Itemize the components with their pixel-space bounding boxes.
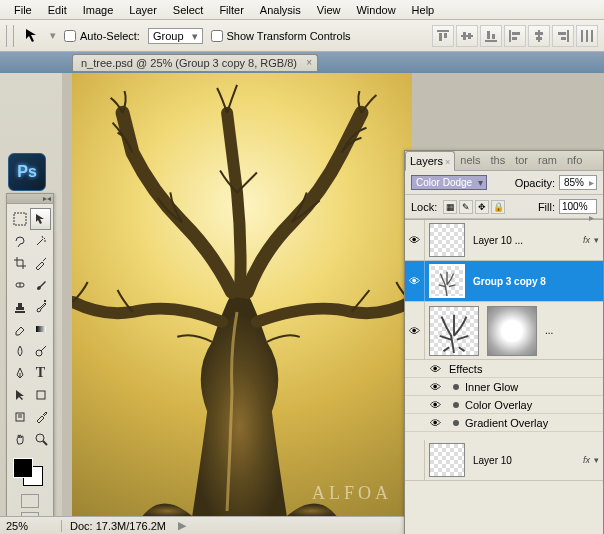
layer-name[interactable]: Group 3 copy 8 <box>469 276 603 287</box>
layer-row[interactable]: Layer 10 fx ▾ <box>405 440 603 481</box>
effects-header[interactable]: 👁 Effects <box>405 360 603 378</box>
gradient-tool[interactable] <box>30 318 51 340</box>
layer-row[interactable]: 👁 ... <box>405 302 603 360</box>
align-top-icon[interactable] <box>432 25 454 47</box>
lock-paint-icon[interactable]: ✎ <box>459 200 473 214</box>
layer-name[interactable]: Layer 10 <box>469 455 583 466</box>
brush-tool[interactable] <box>30 274 51 296</box>
lock-transparent-icon[interactable]: ▦ <box>443 200 457 214</box>
stamp-tool[interactable] <box>9 296 30 318</box>
menu-window[interactable]: Window <box>348 2 403 18</box>
lock-position-icon[interactable]: ✥ <box>475 200 489 214</box>
dodge-tool[interactable] <box>30 340 51 362</box>
close-tab-icon[interactable]: × <box>306 57 312 68</box>
layer-name[interactable]: Layer 10 ... <box>469 235 583 246</box>
effect-item[interactable]: 👁 Inner Glow <box>405 378 603 396</box>
collapse-arrows-icon[interactable]: ▸◂ <box>43 194 51 203</box>
status-menu-icon[interactable]: ▶ <box>178 519 186 532</box>
tab-channels[interactable]: nels <box>455 150 485 170</box>
layer-name[interactable]: ... <box>541 325 603 336</box>
lock-all-icon[interactable]: 🔒 <box>491 200 505 214</box>
svg-point-31 <box>36 434 44 442</box>
tool-preset-dropdown[interactable]: ▾ <box>50 29 56 42</box>
blur-tool[interactable] <box>9 340 30 362</box>
notes-tool[interactable] <box>9 406 30 428</box>
type-tool[interactable]: T <box>30 362 51 384</box>
crop-tool[interactable] <box>9 252 30 274</box>
show-transform-checkbox[interactable]: Show Transform Controls <box>211 30 351 42</box>
align-right-icon[interactable] <box>552 25 574 47</box>
layer-thumbnail[interactable] <box>429 443 465 477</box>
layer-thumbnail[interactable] <box>429 223 465 257</box>
foreground-color-swatch[interactable] <box>13 458 33 478</box>
quickmask-button[interactable] <box>21 494 39 508</box>
visibility-toggle[interactable] <box>405 440 425 480</box>
options-grip[interactable] <box>6 25 14 47</box>
effect-item[interactable]: 👁 Gradient Overlay <box>405 414 603 432</box>
tab-histogram[interactable]: ram <box>533 150 562 170</box>
svg-line-32 <box>43 441 47 445</box>
layer-thumbnail[interactable] <box>429 306 479 356</box>
layer-row-selected[interactable]: 👁 Group 3 copy 8 <box>405 261 603 302</box>
chevron-down-icon[interactable]: ▾ <box>594 455 603 465</box>
menu-view[interactable]: View <box>309 2 349 18</box>
tools-header[interactable]: ▸◂ <box>7 194 53 204</box>
tab-info[interactable]: nfo <box>562 150 587 170</box>
document-tab[interactable]: n_tree.psd @ 25% (Group 3 copy 8, RGB/8)… <box>72 54 318 71</box>
close-icon[interactable]: × <box>445 157 450 167</box>
blend-mode-dropdown[interactable]: Color Dodge <box>411 175 487 190</box>
path-select-tool[interactable] <box>9 384 30 406</box>
visibility-toggle[interactable]: 👁 <box>425 363 445 375</box>
show-transform-input[interactable] <box>211 30 223 42</box>
align-hcenter-icon[interactable] <box>528 25 550 47</box>
color-swatches[interactable] <box>9 456 51 490</box>
menu-filter[interactable]: Filter <box>211 2 251 18</box>
tab-layers[interactable]: Layers× <box>405 151 455 171</box>
shape-tool[interactable] <box>30 384 51 406</box>
fill-input[interactable]: 100% <box>559 199 597 214</box>
visibility-toggle[interactable]: 👁 <box>405 261 425 301</box>
menu-analysis[interactable]: Analysis <box>252 2 309 18</box>
layer-thumbnail[interactable] <box>429 264 465 298</box>
tab-history[interactable]: tor <box>510 150 533 170</box>
heal-tool[interactable] <box>9 274 30 296</box>
tab-paths[interactable]: ths <box>485 150 510 170</box>
visibility-toggle[interactable]: 👁 <box>405 302 425 359</box>
slice-tool[interactable] <box>30 252 51 274</box>
history-brush-tool[interactable] <box>30 296 51 318</box>
eyedropper-tool[interactable] <box>30 406 51 428</box>
menu-image[interactable]: Image <box>75 2 122 18</box>
visibility-toggle[interactable]: 👁 <box>405 220 425 260</box>
menu-edit[interactable]: Edit <box>40 2 75 18</box>
document-canvas[interactable]: ALFOA <box>72 73 412 516</box>
zoom-level[interactable]: 25% <box>0 520 62 532</box>
align-vcenter-icon[interactable] <box>456 25 478 47</box>
effect-item[interactable]: 👁 Color Overlay <box>405 396 603 414</box>
auto-select-checkbox[interactable]: Auto-Select: <box>64 30 140 42</box>
lasso-tool[interactable] <box>9 230 30 252</box>
visibility-toggle[interactable]: 👁 <box>425 399 445 411</box>
hand-tool[interactable] <box>9 428 30 450</box>
svg-rect-9 <box>509 30 511 42</box>
auto-select-mode-dropdown[interactable]: Group <box>148 28 203 44</box>
pen-tool[interactable] <box>9 362 30 384</box>
menu-file[interactable]: File <box>6 2 40 18</box>
chevron-down-icon[interactable]: ▾ <box>594 235 603 245</box>
visibility-toggle[interactable]: 👁 <box>425 381 445 393</box>
auto-select-input[interactable] <box>64 30 76 42</box>
menu-layer[interactable]: Layer <box>121 2 165 18</box>
menu-help[interactable]: Help <box>404 2 443 18</box>
opacity-input[interactable]: 85% <box>559 175 597 190</box>
visibility-toggle[interactable]: 👁 <box>425 417 445 429</box>
layer-row[interactable]: 👁 Layer 10 ... fx ▾ <box>405 220 603 261</box>
distribute-icon[interactable] <box>576 25 598 47</box>
marquee-tool[interactable] <box>9 208 30 230</box>
layer-mask-thumbnail[interactable] <box>487 306 537 356</box>
align-bottom-icon[interactable] <box>480 25 502 47</box>
wand-tool[interactable] <box>30 230 51 252</box>
menu-select[interactable]: Select <box>165 2 212 18</box>
move-tool[interactable] <box>30 208 51 230</box>
align-left-icon[interactable] <box>504 25 526 47</box>
eraser-tool[interactable] <box>9 318 30 340</box>
zoom-tool[interactable] <box>30 428 51 450</box>
